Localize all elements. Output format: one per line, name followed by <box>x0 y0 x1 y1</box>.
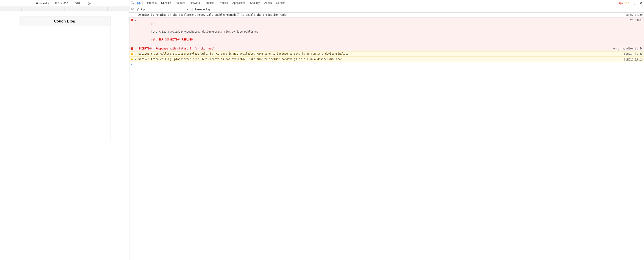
device-stage: Couch Blog <box>0 11 129 260</box>
console-output: Angular is running in the development mo… <box>130 13 644 260</box>
tab-sources[interactable]: Sources <box>173 0 188 6</box>
tab-timeline[interactable]: Timeline <box>202 0 216 6</box>
log-source-link[interactable]: plugin.js:33 <box>622 52 643 56</box>
net-error: net::ERR_CONNECTION_REFUSED <box>151 38 193 41</box>
warning-icon <box>130 58 133 60</box>
tab-label: Application <box>232 1 246 5</box>
warning-icon <box>624 2 627 4</box>
console-input[interactable] <box>134 63 643 66</box>
tab-label: Timeline <box>204 1 214 5</box>
console-row: ▶ Native: tried calling StatusBar.styleD… <box>130 51 644 57</box>
app-title: Couch Blog <box>54 19 75 24</box>
row-gutter: ✕ <box>130 18 134 21</box>
request-url[interactable]: http://127.0.0.1:5984/couchblog/_design/… <box>151 30 258 33</box>
console-row: ▶ Native: tried calling Splashscreen.hid… <box>130 57 644 62</box>
console-row: ✕ ▶ GET http://127.0.0.1:5984/couchblog/… <box>130 18 644 46</box>
tab-label: Profiles <box>219 1 228 5</box>
console-row: Angular is running in the development mo… <box>130 13 644 18</box>
tab-console[interactable]: Console <box>159 0 173 6</box>
expand-icon[interactable]: ▶ <box>135 47 137 51</box>
warning-count-badge[interactable]: 2 <box>624 2 629 5</box>
row-gutter <box>130 52 134 55</box>
ruler <box>0 7 129 11</box>
more-icon[interactable] <box>632 0 638 6</box>
filter-icon[interactable] <box>136 8 139 11</box>
http-method: GET <box>151 23 156 26</box>
row-gutter <box>130 57 134 60</box>
log-source-link[interactable]: VM1198:1 <box>628 18 643 22</box>
row-gutter <box>130 13 134 14</box>
log-source-link[interactable]: lang.js:130 <box>624 13 643 17</box>
log-source-link[interactable]: plugin.js:33 <box>622 57 643 61</box>
chevron-down-icon: ▼ <box>48 2 50 4</box>
zoom-select[interactable]: 100% ▼ <box>73 2 83 5</box>
context-select[interactable]: top ▼ <box>141 8 188 11</box>
error-count-badge[interactable]: ✕ 2 <box>619 2 624 5</box>
device-frame: Couch Blog <box>19 16 111 142</box>
svg-line-5 <box>132 8 134 10</box>
log-message: Angular is running in the development mo… <box>138 13 622 17</box>
log-message: GET http://127.0.0.1:5984/couchblog/_des… <box>138 18 627 46</box>
tab-label: Network <box>190 1 200 5</box>
console-row: ✕ ▶ EXCEPTION: Response with status: 0 f… <box>130 46 644 51</box>
log-message: Native: tried calling Splashscreen.hide,… <box>138 57 621 61</box>
tab-label: Audits <box>264 1 272 5</box>
device-mode-icon[interactable] <box>136 0 142 6</box>
close-icon[interactable] <box>638 0 644 6</box>
tab-profiles[interactable]: Profiles <box>216 0 230 6</box>
warning-count: 2 <box>627 2 629 5</box>
expand-icon[interactable]: ▶ <box>135 18 137 22</box>
tab-label: Sources <box>176 1 186 5</box>
device-height[interactable]: 667 <box>63 2 68 5</box>
device-width[interactable]: 375 <box>54 2 59 5</box>
more-icon[interactable] <box>127 1 128 6</box>
svg-rect-0 <box>88 2 90 5</box>
zoom-value: 100% <box>73 2 80 5</box>
error-icon: ✕ <box>130 19 133 21</box>
tab-label: Elements <box>146 1 156 5</box>
tab-audits[interactable]: Audits <box>262 0 274 6</box>
device-toolbar: iPhone 6 ▼ 375 ✕ 667 100% ▼ <box>0 0 129 7</box>
chevron-down-icon: ▼ <box>186 8 188 10</box>
error-count: 2 <box>622 2 624 5</box>
expand-icon[interactable]: ▶ <box>135 57 137 61</box>
tab-application[interactable]: Application <box>230 0 248 6</box>
chevron-down-icon: ▼ <box>81 2 83 4</box>
tab-security[interactable]: Security <box>248 0 262 6</box>
log-source-link[interactable]: error_handler.js:54 <box>611 47 643 51</box>
row-gutter: ✕ <box>130 47 134 50</box>
device-select[interactable]: iPhone 6 ▼ <box>36 2 50 5</box>
svg-rect-2 <box>138 2 140 4</box>
error-icon: ✕ <box>130 47 133 50</box>
dimension-x: ✕ <box>60 2 62 5</box>
preserve-log-label: Preserve log <box>194 8 210 11</box>
console-prompt[interactable]: › <box>130 62 644 66</box>
devtools-tabbar: Elements Console Sources Network Timelin… <box>130 0 644 6</box>
row-expander <box>135 13 137 14</box>
status-counters[interactable]: ✕ 2 2 <box>618 0 630 6</box>
tab-label: Console <box>161 1 171 5</box>
log-message: Native: tried calling StatusBar.styleDef… <box>138 52 621 56</box>
preserve-log-checkbox[interactable] <box>190 8 193 11</box>
device-pane: iPhone 6 ▼ 375 ✕ 667 100% ▼ Couch Blog <box>0 0 130 260</box>
prompt-caret-icon: › <box>131 63 132 66</box>
tab-label: Security <box>250 1 260 5</box>
devtools-pane: Elements Console Sources Network Timelin… <box>130 0 644 260</box>
tab-sencha[interactable]: Sencha <box>274 0 288 6</box>
tab-label: Sencha <box>276 1 285 5</box>
app-header: Couch Blog <box>19 17 110 26</box>
clear-console-icon[interactable] <box>131 8 134 11</box>
device-name: iPhone 6 <box>36 2 47 5</box>
warning-icon <box>130 52 133 55</box>
tab-elements[interactable]: Elements <box>143 0 159 6</box>
log-message: EXCEPTION: Response with status: 0 for U… <box>138 47 610 51</box>
console-toolbar: top ▼ Preserve log <box>130 6 644 13</box>
inspect-icon[interactable] <box>130 0 136 6</box>
context-value: top <box>141 8 145 11</box>
expand-icon[interactable]: ▶ <box>135 52 137 56</box>
error-icon: ✕ <box>619 2 622 5</box>
rotate-icon[interactable] <box>88 2 91 5</box>
tab-network[interactable]: Network <box>188 0 202 6</box>
